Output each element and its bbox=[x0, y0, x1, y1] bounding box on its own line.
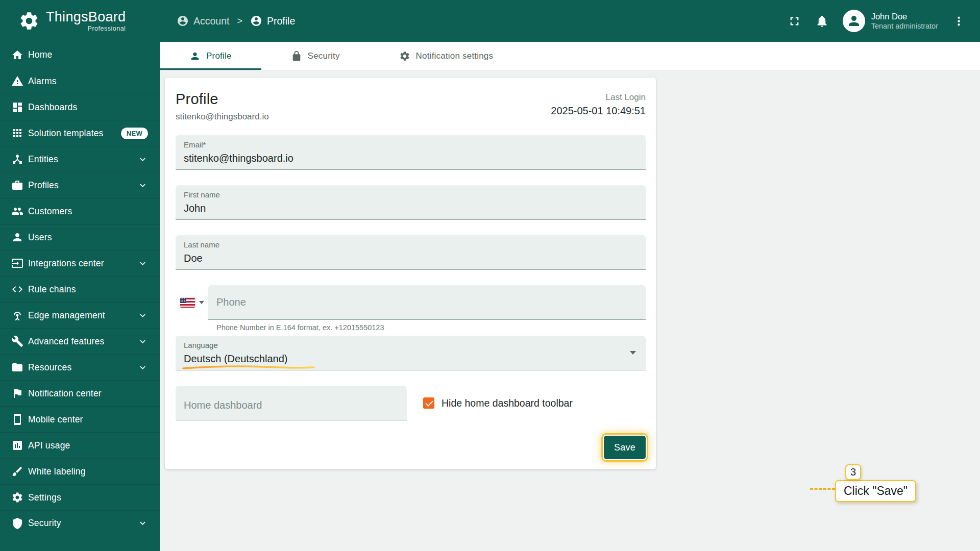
main-area: ProfileSecurityNotification settings Pro… bbox=[160, 42, 980, 551]
annotation-step-badge: 3 bbox=[845, 464, 861, 480]
sidebar-item-profiles[interactable]: Profiles bbox=[0, 172, 160, 198]
gear-icon bbox=[399, 51, 410, 62]
user-role: Tenant administrator bbox=[871, 22, 938, 30]
email-field[interactable]: Email* stitenko@thingsboard.io bbox=[176, 135, 646, 170]
breadcrumb-label: Account bbox=[193, 15, 229, 27]
chevron-down-icon bbox=[137, 362, 148, 373]
last-login: Last Login 2025-05-01 10:49:51 bbox=[551, 91, 646, 122]
hide-toolbar-option[interactable]: Hide home dashboard toolbar bbox=[423, 397, 573, 409]
shield-icon bbox=[11, 517, 23, 530]
sidebar-item-api-usage[interactable]: API usage bbox=[0, 432, 160, 458]
tab-label: Security bbox=[308, 51, 340, 61]
sidebar-item-label: Alarms bbox=[28, 76, 57, 87]
sidebar-item-white-labeling[interactable]: White labeling bbox=[0, 458, 160, 484]
first-name-field-value: John bbox=[184, 203, 638, 214]
smartphone-icon bbox=[11, 413, 23, 425]
fullscreen-icon[interactable] bbox=[788, 14, 801, 28]
sidebar-item-label: Users bbox=[28, 232, 52, 243]
sidebar-item-mobile-center[interactable]: Mobile center bbox=[0, 406, 160, 432]
sidebar-item-label: Dashboards bbox=[28, 102, 77, 113]
user-menu[interactable]: John Doe Tenant administrator bbox=[843, 10, 938, 32]
logo-text: ThingsBoard Professional bbox=[46, 10, 126, 32]
sidebar-item-label: Solution templates bbox=[28, 128, 104, 139]
sidebar-item-label: Notification center bbox=[28, 388, 102, 399]
hide-toolbar-checkbox[interactable] bbox=[423, 397, 434, 409]
sidebar-item-label: Customers bbox=[28, 206, 72, 217]
phone-field[interactable]: Phone bbox=[208, 285, 646, 320]
annotation-label: Click "Save" bbox=[835, 480, 916, 502]
breadcrumb-item-profile[interactable]: Profile bbox=[250, 15, 295, 27]
sidebar-item-label: Home bbox=[28, 49, 52, 60]
caret-down-icon bbox=[199, 301, 204, 304]
person-icon bbox=[11, 231, 23, 243]
annotation-underline-icon bbox=[182, 365, 315, 370]
topbar-actions: John Doe Tenant administrator bbox=[788, 10, 966, 32]
sidebar-item-label: White labeling bbox=[28, 466, 86, 477]
sidebar-item-edge-management[interactable]: Edge management bbox=[0, 302, 160, 328]
account-circle-icon bbox=[177, 15, 189, 27]
notifications-bell-icon[interactable] bbox=[815, 14, 829, 28]
sidebar-item-advanced-features[interactable]: Advanced features bbox=[0, 328, 160, 354]
tab-notification-settings[interactable]: Notification settings bbox=[370, 42, 523, 70]
badge-icon bbox=[11, 179, 23, 191]
us-flag-icon bbox=[180, 298, 195, 308]
breadcrumb-item-account[interactable]: Account bbox=[177, 15, 229, 27]
sidebar-item-label: Profiles bbox=[28, 180, 59, 191]
chevron-down-icon bbox=[137, 154, 148, 165]
thingsboard-gear-icon bbox=[18, 10, 40, 32]
language-value: Deutsch (Deutschland) bbox=[184, 353, 638, 365]
phone-placeholder: Phone bbox=[216, 296, 246, 308]
sidebar-item-customers[interactable]: Customers bbox=[0, 198, 160, 224]
home-dashboard-placeholder: Home dashboard bbox=[184, 399, 262, 411]
country-code-selector[interactable] bbox=[176, 285, 208, 320]
tab-label: Notification settings bbox=[416, 51, 494, 61]
tab-profile[interactable]: Profile bbox=[160, 42, 261, 70]
sidebar-item-dashboards[interactable]: Dashboards bbox=[0, 94, 160, 120]
person-icon bbox=[189, 51, 201, 62]
annotation-connector-line bbox=[810, 488, 835, 490]
user-info: John Doe Tenant administrator bbox=[871, 12, 938, 30]
language-select[interactable]: Language Deutsch (Deutschland) bbox=[176, 336, 646, 370]
first-name-field-label: First name bbox=[184, 190, 638, 199]
last-login-label: Last Login bbox=[551, 92, 646, 103]
profile-email-subtitle: stitenko@thingsboard.io bbox=[176, 112, 269, 122]
chevron-down-icon bbox=[137, 258, 148, 269]
flag-icon bbox=[11, 387, 23, 399]
sidebar-item-settings[interactable]: Settings bbox=[0, 484, 160, 510]
sidebar-item-label: Mobile center bbox=[28, 414, 83, 425]
logo-title: ThingsBoard bbox=[46, 10, 126, 24]
first-name-field[interactable]: First name John bbox=[176, 185, 646, 220]
chevron-down-icon bbox=[137, 180, 148, 191]
sidebar-item-alarms[interactable]: Alarms bbox=[0, 68, 160, 94]
sidebar-nav: HomeAlarmsDashboardsSolution templatesNE… bbox=[0, 42, 160, 551]
sidebar-item-users[interactable]: Users bbox=[0, 224, 160, 250]
tab-label: Profile bbox=[206, 51, 232, 61]
thingsboard-logo[interactable]: ThingsBoard Professional bbox=[18, 10, 147, 32]
last-name-field[interactable]: Last name Doe bbox=[176, 235, 646, 270]
save-button[interactable]: Save bbox=[604, 436, 646, 459]
sidebar-item-resources[interactable]: Resources bbox=[0, 354, 160, 380]
gear-icon bbox=[11, 491, 23, 504]
email-field-label: Email* bbox=[184, 140, 638, 149]
email-field-value: stitenko@thingsboard.io bbox=[184, 153, 638, 164]
more-menu-icon[interactable] bbox=[952, 14, 966, 28]
card-header: Profile stitenko@thingsboard.io Last Log… bbox=[176, 91, 646, 122]
apps-grid-icon bbox=[11, 127, 23, 139]
sidebar-item-entities[interactable]: Entities bbox=[0, 146, 160, 172]
sidebar-item-notification-center[interactable]: Notification center bbox=[0, 380, 160, 406]
sidebar-item-integrations-center[interactable]: Integrations center bbox=[0, 250, 160, 276]
sidebar-item-rule-chains[interactable]: Rule chains bbox=[0, 276, 160, 302]
integration-icon bbox=[11, 257, 23, 269]
language-label: Language bbox=[184, 341, 638, 349]
sidebar-item-label: Entities bbox=[28, 154, 58, 165]
sidebar-item-solution-templates[interactable]: Solution templatesNEW bbox=[0, 120, 160, 146]
tabs-bar: ProfileSecurityNotification settings bbox=[160, 42, 980, 70]
lock-icon bbox=[291, 51, 302, 62]
code-icon bbox=[11, 283, 23, 295]
tab-security[interactable]: Security bbox=[261, 42, 370, 70]
home-dashboard-field[interactable]: Home dashboard bbox=[176, 386, 407, 420]
sidebar-item-home[interactable]: Home bbox=[0, 42, 160, 68]
sidebar-item-security[interactable]: Security bbox=[0, 510, 160, 536]
bar-chart-icon bbox=[11, 439, 23, 452]
user-name: John Doe bbox=[871, 12, 938, 21]
